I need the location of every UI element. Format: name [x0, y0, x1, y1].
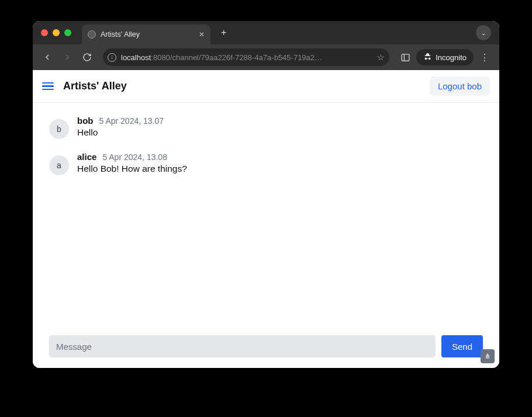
message-text: Hello [77, 127, 483, 138]
more-vertical-icon: ⋮ [480, 52, 489, 63]
devtools-indicator[interactable]: ⋔ [481, 349, 495, 363]
reload-button[interactable] [78, 48, 96, 66]
avatar: b [49, 119, 69, 139]
browser-toolbar: i localhost:8080/channel/79aa226f-7288-4… [33, 44, 499, 70]
back-button[interactable] [39, 48, 56, 66]
incognito-icon [423, 52, 432, 62]
send-button[interactable]: Send [441, 335, 483, 357]
new-tab-button[interactable]: + [216, 26, 231, 39]
logout-button[interactable]: Logout bob [430, 77, 490, 96]
message-author: alice [77, 152, 96, 162]
bookmark-star-icon[interactable]: ☆ [377, 53, 385, 62]
forward-button[interactable] [58, 48, 76, 66]
browser-tab[interactable]: Artists' Alley ✕ [82, 25, 210, 44]
page-content: Artists' Alley Logout bob b bob 5 Apr 20… [33, 70, 499, 368]
site-info-icon[interactable]: i [108, 53, 116, 62]
message-timestamp: 5 Apr 2024, 13.07 [99, 116, 164, 126]
avatar: a [49, 155, 69, 175]
arrow-left-icon [43, 53, 52, 62]
close-tab-icon[interactable]: ✕ [199, 30, 205, 39]
message-list: b bob 5 Apr 2024, 13.07 Hello a alice 5 … [33, 103, 499, 329]
side-panel-button[interactable] [396, 48, 414, 66]
message-author: bob [77, 116, 94, 126]
app-header: Artists' Alley Logout bob [33, 70, 499, 103]
hamburger-menu-button[interactable] [42, 82, 54, 91]
window-maximize-button[interactable] [64, 29, 71, 36]
message-text: Hello Bob! How are things? [77, 164, 483, 174]
window-close-button[interactable] [41, 29, 48, 36]
traffic-lights [41, 29, 71, 36]
channel-title: Artists' Alley [63, 80, 127, 92]
svg-rect-0 [402, 54, 409, 60]
reload-icon [82, 53, 92, 62]
devtools-icon: ⋔ [485, 352, 490, 360]
tab-search-button[interactable]: ⌄ [476, 25, 491, 40]
message-input[interactable] [49, 335, 436, 357]
globe-icon [88, 30, 96, 39]
message-timestamp: 5 Apr 2024, 13.08 [102, 152, 167, 162]
browser-titlebar: Artists' Alley ✕ + ⌄ [33, 21, 499, 44]
address-bar[interactable]: i localhost:8080/channel/79aa226f-7288-4… [103, 48, 389, 66]
chevron-down-icon: ⌄ [481, 30, 486, 36]
browser-menu-button[interactable]: ⋮ [476, 48, 493, 66]
panel-icon [400, 53, 410, 62]
url-text: localhost:8080/channel/79aa226f-7288-4a7… [121, 53, 372, 62]
incognito-label: Incognito [436, 53, 467, 62]
incognito-badge[interactable]: Incognito [416, 49, 474, 65]
tab-title: Artists' Alley [101, 30, 140, 39]
window-minimize-button[interactable] [53, 29, 60, 36]
message-row: b bob 5 Apr 2024, 13.07 Hello [49, 116, 483, 139]
composer: Send [33, 329, 499, 368]
message-row: a alice 5 Apr 2024, 13.08 Hello Bob! How… [49, 152, 483, 175]
arrow-right-icon [63, 53, 72, 62]
browser-window: Artists' Alley ✕ + ⌄ i localhost:8080/ch… [33, 21, 499, 368]
